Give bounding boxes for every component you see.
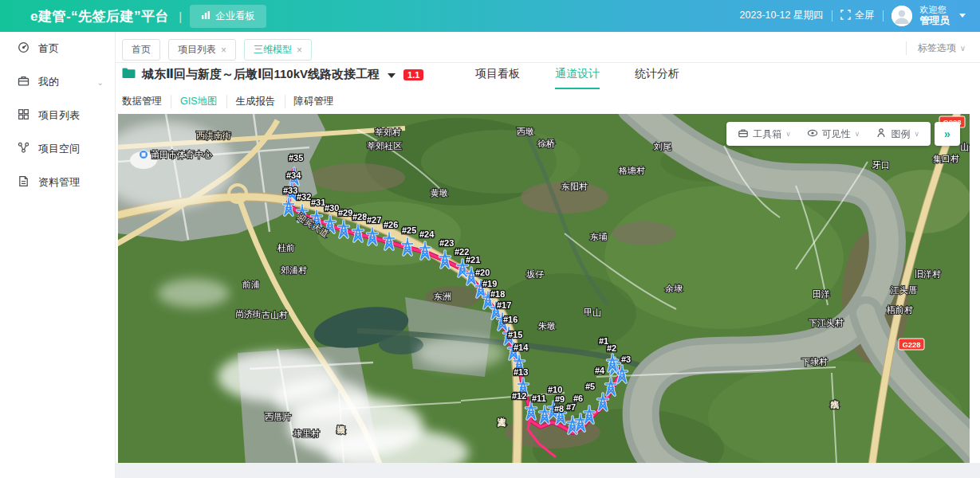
sidebar-item-project-list[interactable]: 项目列表 [0,99,115,132]
fullscreen-button[interactable]: 全屏 [840,9,875,22]
welcome-text: 欢迎您 [920,5,950,15]
header-separator: | [179,10,182,23]
header-divider [832,10,832,22]
tag-options-dropdown[interactable]: 标签选项 ∨ [906,41,966,55]
sidebar: 首页 我的 ⌄ 项目列表 项目空间 资料管理 [0,32,116,478]
bar-chart-icon [201,10,211,22]
gis-map[interactable]: #35#34#33#32#31#30#29#28#27#26#25#24#23#… [118,114,970,463]
legend-dropdown[interactable]: 图例 ∨ [868,127,927,141]
tower-number-label: #10 [548,385,562,394]
satellite-map-canvas[interactable]: #35#34#33#32#31#30#29#28#27#26#25#24#23#… [118,114,970,463]
subtab-generate-report[interactable]: 生成报告 [226,95,285,108]
tower-number-label: #28 [352,212,367,221]
tower-number-label: #9 [555,394,565,404]
toolbar-expand-button[interactable]: » [935,122,960,146]
chevron-down-icon: ∨ [960,44,966,53]
map-label: 牙口 [872,160,890,170]
tower-number-label: #27 [367,215,381,225]
sidebar-item-label: 首页 [38,41,59,56]
tower-number-label: #33 [283,186,297,195]
map-label: 田洋 [813,289,830,299]
tower-number-label: #17 [497,300,511,310]
tower-number-label: #25 [402,225,416,235]
tower-number-label: #34 [286,170,301,180]
map-label: 甲山 [584,308,601,317]
tower-number-label: #29 [338,208,352,217]
user-block[interactable]: 欢迎您 管理员 [920,5,950,26]
app-window: e建管-“先签后建”平台 | 企业看板 2023-10-12 星期四 全屏 欢迎… [0,0,980,478]
svg-text:G228: G228 [902,340,920,349]
home-dashboard-icon [18,41,30,56]
tower-number-label: #15 [508,330,522,339]
tower-number-label: #13 [514,367,528,377]
tower-number-label: #23 [439,238,454,248]
chevron-down-icon: ∨ [855,130,860,138]
map-label: 郊浦村 [281,265,307,275]
close-icon[interactable]: × [297,45,302,56]
subtab-gis-map[interactable]: GIS地图 [171,95,226,108]
crumb-label: 项目列表 [178,43,216,57]
map-toolbar: 工具箱 ∨ 可见性 ∨ 图例 ∨ [726,122,931,146]
map-label: 古山村 [262,310,288,319]
sidebar-item-label: 资料管理 [38,175,80,190]
project-space-icon [18,142,30,156]
crumb-bar: 首页 项目列表 × 三维模型 × 标签选项 ∨ [116,32,980,63]
avatar[interactable] [891,6,912,26]
crumb-tab-project-list[interactable]: 项目列表 × [168,39,236,61]
map-label: 莘郊社区 [367,141,402,151]
subtab-data-management[interactable]: 数据管理 [122,95,171,108]
tab-channel-design[interactable]: 通道设计 [555,67,600,89]
sidebar-item-data-management[interactable]: 资料管理 [0,166,115,199]
folder-icon [122,68,136,82]
tower-number-label: #1 [599,336,608,346]
sidebar-item-label: 项目空间 [38,142,80,156]
eye-icon [807,127,818,141]
map-label: 朱墩 [538,321,556,331]
map-label: 埭里村 [293,429,320,438]
header-divider [883,10,884,22]
tab-project-board[interactable]: 项目看板 [475,67,520,89]
tower-number-label: #4 [595,366,605,375]
map-label: 下埭村 [801,357,828,366]
tab-statistics[interactable]: 统计分析 [635,67,679,89]
fullscreen-label: 全屏 [855,9,875,22]
sub-tabs: 数据管理 GIS地图 生成报告 障碍管理 [122,95,343,108]
tower-number-label: #14 [514,343,529,352]
enterprise-dashboard-label: 企业看板 [215,10,255,23]
map-label: 格塘村 [618,166,645,175]
poi-glyph [142,153,146,157]
legend-icon [876,127,887,141]
sidebar-item-home[interactable]: 首页 [0,32,115,65]
sidebar-item-project-space[interactable]: 项目空间 [0,132,115,166]
chevron-down-icon: ∨ [785,130,791,138]
visibility-dropdown[interactable]: 可见性 ∨ [799,127,868,141]
tower-number-label: #24 [419,229,435,239]
map-label: 余埭 [665,284,683,293]
crumb-tab-3d-model[interactable]: 三维模型 × [244,39,312,61]
crumb-label: 三维模型 [254,43,292,57]
map-label: 东阳村 [561,182,588,191]
toolbox-icon [738,127,749,141]
map-label: 徐桥 [537,139,555,148]
close-icon[interactable]: × [221,45,226,56]
project-caret-down-icon[interactable] [388,73,396,78]
map-label: 前浦 [242,280,260,289]
project-header: 城东Ⅱ回与新度～后墩Ⅰ回110kV线路改接工程 1.1 [122,67,423,82]
map-label: 西厝片 [265,412,291,421]
toolbox-dropdown[interactable]: 工具箱 ∨ [730,127,799,141]
header-date: 2023-10-12 星期四 [740,9,824,22]
bottom-strip [116,463,980,478]
enterprise-dashboard-button[interactable]: 企业看板 [190,5,266,28]
map-label: 集口村 [933,154,959,163]
app-title: e建管-“先签后建”平台 [30,7,169,25]
tower-number-label: #26 [384,220,398,229]
map-label: 坂仔 [526,269,544,279]
crumb-tab-home[interactable]: 首页 [122,39,160,61]
highway-badge: G228 [899,339,924,350]
subtab-obstacle-management[interactable]: 障碍管理 [285,95,343,108]
map-label: 西墩 [517,127,534,136]
tower-number-label: #35 [289,153,303,163]
tower-number-label: #11 [532,394,546,403]
map-label: 东埔 [590,232,608,241]
sidebar-item-mine[interactable]: 我的 ⌄ [0,65,115,99]
